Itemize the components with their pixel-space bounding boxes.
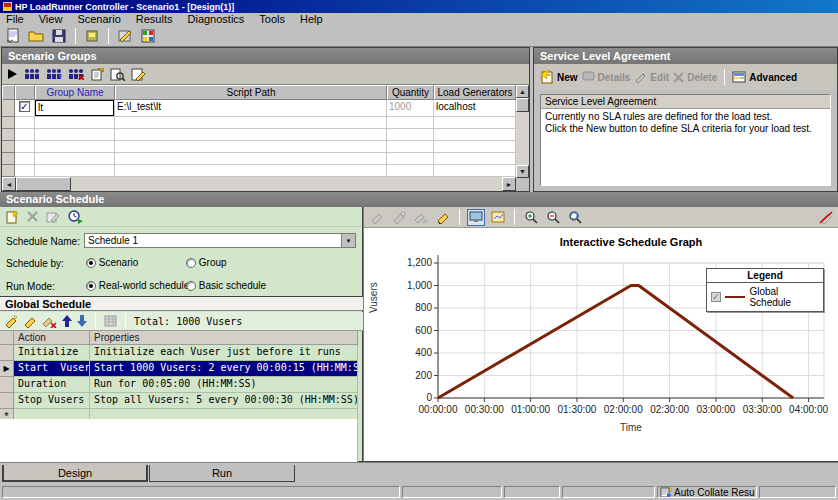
script-path-cell[interactable]: E:\l_test\lt [115, 100, 387, 117]
scroll-up-icon[interactable]: ▲ [516, 85, 529, 98]
menu-results[interactable]: Results [136, 13, 173, 25]
empty-group-row[interactable] [2, 141, 529, 153]
quantity-column-header[interactable]: Quantity [387, 85, 434, 100]
menu-diagnostics[interactable]: Diagnostics [188, 13, 245, 25]
new-scenario-icon[interactable] [3, 27, 23, 45]
groups-vertical-scrollbar[interactable]: ▲ ▼ [516, 85, 529, 178]
zoom-in-icon[interactable] [522, 209, 540, 226]
empty-group-row[interactable] [2, 129, 529, 141]
row-selector-cell[interactable] [2, 100, 15, 117]
properties-cell[interactable]: Stop all Vusers: 5 every 00:00:30 (HH:MM… [90, 393, 358, 409]
action-cell[interactable]: Initialize [14, 345, 90, 361]
add-group-icon[interactable] [24, 68, 40, 80]
empty-group-row[interactable] [2, 117, 529, 129]
view-full-graph-icon[interactable] [489, 209, 507, 226]
gs-row-selector[interactable] [0, 345, 14, 361]
sla-delete-button[interactable]: Delete [673, 72, 717, 83]
group-enabled-checkbox[interactable]: ✓ [19, 101, 30, 112]
group-row[interactable]: ✓ lt E:\l_test\lt 1000 localhost [2, 100, 529, 117]
schedule-action-row[interactable]: Initialize Initialize each Vuser just be… [0, 345, 358, 361]
load-generators-cell[interactable]: localhost [434, 100, 516, 117]
menu-view[interactable]: View [39, 13, 63, 25]
start-group-icon[interactable] [6, 68, 18, 80]
delete-action-icon[interactable] [42, 315, 57, 328]
menu-help[interactable]: Help [300, 13, 323, 25]
zoom-reset-icon[interactable] [566, 209, 584, 226]
action-cell[interactable]: Stop Vusers [14, 393, 90, 409]
run-mode-real-world-option[interactable]: Real-world schedule [86, 280, 189, 291]
schedule-action-row[interactable]: Stop Vusers Stop all Vusers: 5 every 00:… [0, 393, 358, 409]
quantity-cell[interactable]: 1000 [387, 100, 434, 117]
action-column-header[interactable]: Action [14, 331, 90, 345]
empty-group-row[interactable] [2, 153, 529, 165]
schedule-by-scenario-option[interactable]: Scenario [86, 257, 138, 268]
tab-design[interactable]: Design [2, 465, 148, 482]
sla-details-button[interactable]: Details [582, 71, 631, 83]
graph-delete-icon[interactable] [412, 209, 430, 226]
show-grid-icon[interactable] [104, 315, 117, 327]
results-settings-icon[interactable] [138, 27, 158, 45]
group-enabled-cell[interactable]: ✓ [15, 100, 35, 117]
script-path-column-header[interactable]: Script Path [115, 85, 387, 100]
graph-edit-mode-icon[interactable] [434, 209, 452, 226]
scroll-left-icon[interactable]: ◄ [2, 177, 16, 191]
save-scenario-icon[interactable] [49, 27, 69, 45]
properties-column-header[interactable]: Properties [90, 331, 358, 345]
rename-schedule-icon[interactable] [46, 211, 60, 223]
tab-run[interactable]: Run [149, 465, 295, 482]
edit-script-icon[interactable] [131, 68, 146, 81]
schedule-run-time-icon[interactable] [68, 210, 83, 224]
properties-cell[interactable]: Start 1000 Vusers: 2 every 00:00:15 (HH:… [90, 361, 358, 377]
new-schedule-icon[interactable] [5, 210, 19, 224]
groups-horizontal-scrollbar[interactable]: ◄ ► [2, 177, 516, 191]
move-down-icon[interactable] [77, 315, 87, 327]
graph-split-icon[interactable] [390, 209, 408, 226]
scroll-down-icon[interactable]: ▼ [516, 165, 529, 178]
sla-advanced-button[interactable]: Advanced [732, 71, 797, 84]
radio-basic[interactable] [186, 281, 196, 291]
legend-entry[interactable]: ✓ Global Schedule [707, 283, 823, 311]
run-mode-basic-option[interactable]: Basic schedule [186, 280, 266, 291]
auto-collate-panel[interactable]: Auto Collate Resu [657, 486, 757, 498]
action-cell[interactable]: Start Vusers [14, 361, 90, 377]
copy-script-icon[interactable] [90, 68, 104, 81]
view-script-icon[interactable] [110, 68, 125, 81]
properties-cell[interactable]: Initialize each Vuser just before it run… [90, 345, 358, 361]
chart-canvas[interactable]: 02004006008001,0001,20000:00:0000:30:000… [366, 228, 836, 440]
load-generators-icon[interactable] [82, 27, 102, 45]
add-action-icon[interactable] [4, 315, 18, 328]
sla-edit-button[interactable]: Edit [634, 71, 669, 83]
legend-checkbox[interactable]: ✓ [711, 292, 721, 302]
load-generators-column-header[interactable]: Load Generators [434, 85, 516, 100]
radio-real-world[interactable] [86, 281, 96, 291]
radio-scenario[interactable] [86, 258, 96, 268]
radio-group[interactable] [186, 258, 196, 268]
schedule-name-combobox[interactable]: Schedule 1 ▼ [84, 233, 356, 248]
menu-tools[interactable]: Tools [259, 13, 285, 25]
add-vusers-icon[interactable] [46, 68, 62, 80]
delete-schedule-icon[interactable] [27, 211, 38, 222]
gs-row-selector[interactable] [0, 393, 14, 409]
gs-row-selector-current[interactable]: ▶ [0, 361, 14, 377]
view-interactive-graph-icon[interactable] [467, 209, 485, 226]
gs-row-selector[interactable] [0, 377, 14, 393]
group-name-cell[interactable]: lt [35, 100, 115, 117]
action-cell[interactable]: Duration [14, 377, 90, 393]
sla-new-button[interactable]: New [540, 70, 578, 84]
menu-scenario[interactable]: Scenario [77, 13, 120, 25]
group-name-editbox[interactable]: lt [35, 100, 114, 116]
remove-vusers-icon[interactable] [68, 68, 84, 80]
zoom-out-icon[interactable] [544, 209, 562, 226]
close-edit-mode-icon[interactable] [817, 209, 835, 226]
schedule-by-group-option[interactable]: Group [186, 257, 227, 268]
schedule-action-row[interactable]: Duration Run for 00:05:00 (HH:MM:SS) [0, 377, 358, 393]
move-up-icon[interactable] [62, 315, 72, 327]
menu-file[interactable]: File [6, 13, 24, 25]
properties-cell[interactable]: Run for 00:05:00 (HH:MM:SS) [90, 377, 358, 393]
graph-add-action-icon[interactable] [368, 209, 386, 226]
edit-action-icon[interactable] [23, 315, 37, 328]
open-scenario-icon[interactable] [26, 27, 46, 45]
schedule-action-row-selected[interactable]: ▶ Start Vusers Start 1000 Vusers: 2 ever… [0, 361, 358, 377]
design-tools-icon[interactable] [115, 27, 135, 45]
combo-dropdown-icon[interactable]: ▼ [341, 234, 355, 247]
